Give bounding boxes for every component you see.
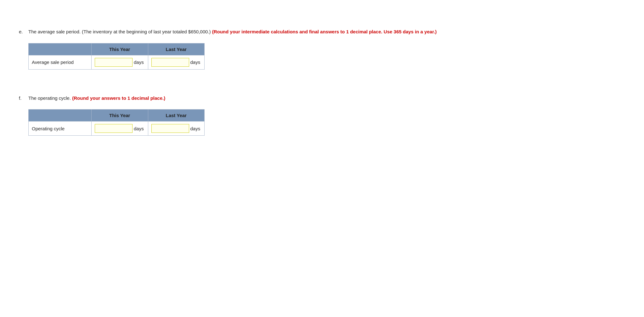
question-e-text: The average sale period. (The inventory … [28, 28, 437, 36]
question-e-letter: e. [19, 28, 28, 34]
section-f-this-year-unit: days [134, 126, 144, 131]
section-e-row-label: Average sale period [29, 55, 92, 69]
section-f-header-last-year: Last Year [148, 110, 205, 122]
section-f-this-year-cell: days [92, 122, 148, 136]
section-e: e. The average sale period. (The invento… [19, 28, 625, 70]
section-f-table-container: This Year Last Year Operating cycle days [28, 109, 625, 136]
section-f-last-year-input-group: days [151, 124, 201, 133]
section-f-this-year-input[interactable] [95, 124, 133, 133]
section-f-row: Operating cycle days days [29, 122, 205, 136]
section-e-last-year-input-group: days [151, 58, 201, 67]
section-e-last-year-unit: days [190, 59, 201, 65]
question-f-text: The operating cycle. (Round your answers… [28, 95, 165, 102]
section-f: f. The operating cycle. (Round your answ… [19, 95, 625, 136]
question-f-letter: f. [19, 95, 28, 101]
section-e-this-year-input[interactable] [95, 58, 133, 67]
section-e-table: This Year Last Year Average sale period … [28, 43, 205, 70]
section-f-last-year-unit: days [190, 126, 201, 131]
section-e-last-year-cell: days [148, 55, 205, 69]
question-f-label: f. The operating cycle. (Round your answ… [19, 95, 625, 102]
section-e-header-empty [29, 43, 92, 55]
section-e-this-year-unit: days [134, 59, 144, 65]
section-f-last-year-cell: days [148, 122, 205, 136]
section-f-header-this-year: This Year [92, 110, 148, 122]
section-e-header-this-year: This Year [92, 43, 148, 55]
section-f-last-year-input[interactable] [151, 124, 189, 133]
section-f-this-year-input-group: days [95, 124, 145, 133]
question-e-label: e. The average sale period. (The invento… [19, 28, 625, 36]
section-f-table: This Year Last Year Operating cycle days [28, 109, 205, 136]
section-e-this-year-cell: days [92, 55, 148, 69]
section-e-row: Average sale period days days [29, 55, 205, 69]
section-e-table-container: This Year Last Year Average sale period … [28, 43, 625, 70]
section-e-header-last-year: Last Year [148, 43, 205, 55]
section-f-header-empty [29, 110, 92, 122]
section-e-this-year-input-group: days [95, 58, 145, 67]
section-f-row-label: Operating cycle [29, 122, 92, 136]
section-e-last-year-input[interactable] [151, 58, 189, 67]
